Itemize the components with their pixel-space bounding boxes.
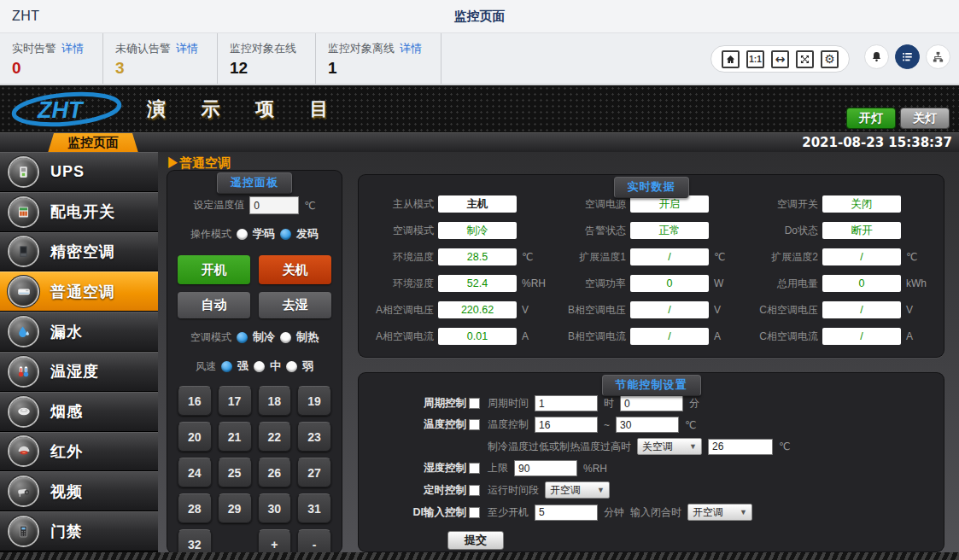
ac-mode-row: 空调模式 制冷 制热	[178, 330, 331, 345]
fit-width-icon[interactable]: ↔	[771, 50, 789, 68]
timer-control-checkbox[interactable]	[469, 485, 480, 496]
detail-link[interactable]: 详情	[61, 42, 84, 55]
dehumidify-button[interactable]: 去湿	[259, 292, 331, 318]
video-icon	[9, 477, 38, 505]
detail-link[interactable]: 详情	[400, 42, 422, 55]
view-toolbar: 1:1 ↔ ⚙	[710, 45, 850, 73]
sidebar-item-precision-ac[interactable]: 精密空调	[0, 232, 158, 272]
temp-key-23[interactable]: 23	[297, 422, 331, 452]
submit-button[interactable]: 提交	[447, 531, 504, 550]
heating-option[interactable]: 制热	[296, 330, 319, 345]
rt-value: /	[630, 248, 709, 265]
cooling-option[interactable]: 制冷	[253, 330, 275, 345]
light-on-button[interactable]: 开灯	[847, 108, 895, 128]
sidebar-item-normal-ac[interactable]: 普通空调	[0, 271, 158, 312]
learn-code-radio[interactable]	[237, 229, 248, 240]
rt-label: 环境温度	[360, 250, 434, 265]
temp-key-29[interactable]: 29	[218, 493, 252, 523]
temp-max-input[interactable]	[616, 417, 679, 433]
temp-key-26[interactable]: 26	[258, 458, 292, 487]
rt-label: C相空调电流	[745, 330, 818, 344]
fan-high-option[interactable]: 强	[237, 359, 249, 374]
light-off-button[interactable]: 关灯	[901, 108, 949, 128]
di-select-value: 开空调	[693, 505, 723, 520]
auto-button[interactable]: 自动	[178, 292, 250, 318]
fit-screen-icon[interactable]	[796, 50, 814, 68]
di-minutes-unit: 分钟	[604, 505, 624, 520]
rt-unit: ℃	[906, 251, 928, 263]
sidebar-item-smoke[interactable]: 烟感	[0, 392, 158, 432]
cycle-minute-input[interactable]	[620, 395, 683, 411]
bell-icon[interactable]	[864, 44, 889, 69]
sidebar-item-ups[interactable]: UPS	[0, 152, 158, 192]
fan-mid-option[interactable]: 中	[270, 359, 281, 374]
fan-low-option[interactable]: 弱	[302, 359, 313, 374]
fan-mid-radio[interactable]	[254, 361, 265, 372]
timer-period-label: 运行时间段	[488, 483, 539, 498]
temp-key-18[interactable]: 18	[258, 386, 292, 416]
rt-label: 空调功率	[553, 277, 626, 291]
detail-link[interactable]: 详情	[176, 42, 198, 55]
rt-field-current-c: C相空调电流/A	[745, 328, 937, 345]
di-control-checkbox[interactable]	[469, 507, 480, 518]
one-to-one-icon[interactable]: 1:1	[746, 50, 764, 68]
di-minutes-input[interactable]	[535, 505, 598, 521]
temp-key-31[interactable]: 31	[297, 493, 331, 523]
gear-icon[interactable]: ⚙	[821, 50, 839, 68]
fan-high-radio[interactable]	[221, 361, 232, 372]
fan-low-radio[interactable]	[286, 361, 297, 372]
temp-key-16[interactable]: 16	[178, 386, 212, 416]
learn-code-option[interactable]: 学码	[253, 226, 275, 242]
power-off-button[interactable]: 关机	[259, 255, 331, 284]
rt-field-ac-power: 空调电源开启	[553, 195, 745, 213]
list-icon[interactable]	[895, 44, 920, 69]
power-on-button[interactable]: 开机	[178, 255, 250, 284]
di-closed-label: 输入闭合时	[630, 505, 681, 520]
sidebar-item-infrared[interactable]: 红外	[0, 432, 158, 472]
rt-value: 0.01	[438, 328, 517, 345]
sidebar-item-breaker[interactable]: 配电开关	[0, 192, 158, 232]
temp-control-checkbox[interactable]	[469, 419, 480, 430]
sidebar-item-label: UPS	[50, 163, 85, 181]
zht-logo-text: ZHT	[37, 97, 85, 123]
heating-radio[interactable]	[280, 332, 291, 343]
temp-key-21[interactable]: 21	[218, 422, 252, 452]
di-select[interactable]: 开空调▼	[687, 504, 752, 521]
realtime-data-panel: 实时数据 主从模式主机 空调电源开启 空调开关关闭 空调模式制冷 告警状态正常 …	[359, 175, 944, 357]
sidebar-item-temp-humidity[interactable]: 温湿度	[0, 352, 158, 392]
tab-monitor-page[interactable]: 监控页面	[48, 133, 138, 153]
sidebar-item-video[interactable]: 视频	[0, 471, 158, 511]
temp-key-17[interactable]: 17	[218, 386, 252, 416]
stat-realtime-alarms: 实时告警详情 0	[0, 33, 103, 84]
cycle-hour-input[interactable]	[535, 395, 598, 411]
sidebar-item-door[interactable]: 门禁	[0, 511, 158, 551]
temp-key-19[interactable]: 19	[297, 386, 331, 416]
temp-key-30[interactable]: 30	[258, 493, 292, 523]
temp-key-27[interactable]: 27	[297, 458, 331, 487]
humidity-limit-input[interactable]	[514, 460, 577, 476]
humidity-control-checkbox[interactable]	[469, 463, 480, 474]
op-mode-row: 操作模式 学码 发码	[178, 226, 331, 242]
temp-over-select[interactable]: 关空调▼	[637, 438, 702, 455]
temp-key-25[interactable]: 25	[218, 458, 252, 487]
set-temp-input[interactable]	[249, 196, 299, 214]
timer-select[interactable]: 开空调▼	[545, 481, 610, 499]
temp-key-24[interactable]: 24	[178, 458, 212, 487]
rt-value: 断开	[822, 222, 901, 239]
quick-buttons	[864, 44, 950, 69]
temp-over-input[interactable]	[708, 439, 773, 455]
temp-key-20[interactable]: 20	[178, 422, 212, 452]
topology-icon[interactable]	[926, 44, 950, 69]
temp-key-28[interactable]: 28	[178, 493, 212, 523]
rt-field-ac-mode: 空调模式制冷	[360, 222, 553, 239]
cycle-control-checkbox[interactable]	[469, 398, 480, 409]
remote-panel-tab: 遥控面板	[217, 172, 292, 194]
home-icon[interactable]	[722, 50, 740, 68]
send-code-option[interactable]: 发码	[296, 226, 319, 242]
sidebar-item-leak[interactable]: 漏水	[0, 312, 158, 352]
temp-min-input[interactable]	[535, 417, 598, 433]
cooling-radio[interactable]	[237, 332, 248, 343]
send-code-radio[interactable]	[280, 229, 291, 240]
temp-key-22[interactable]: 22	[258, 422, 292, 452]
timer-control-label: 定时控制	[424, 483, 466, 498]
